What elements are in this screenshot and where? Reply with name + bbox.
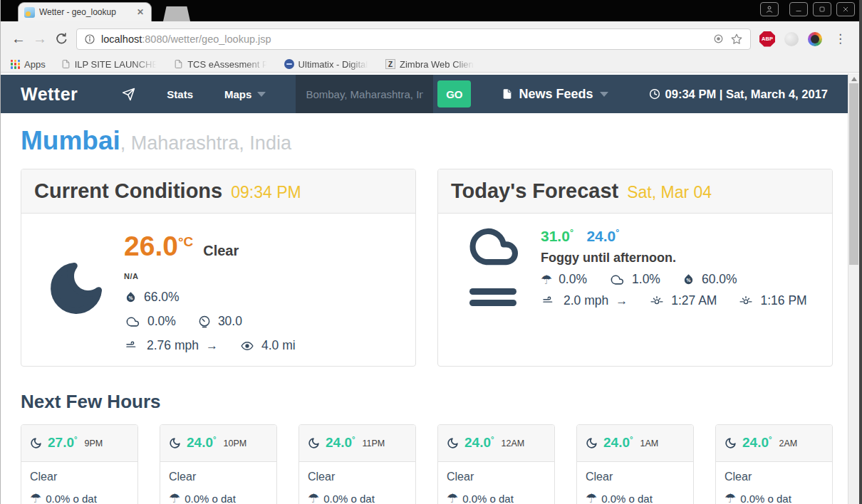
forecast-summary: Foggy until afternoon.	[541, 251, 819, 266]
current-icon-col	[34, 224, 118, 353]
forecast-detail-col: 31.0° 24.0° Foggy until afternoon. ☂ 0.0…	[535, 224, 819, 308]
go-button[interactable]: GO	[437, 80, 471, 107]
hour-detail-text: 0.0% o dat	[740, 493, 791, 504]
maximize-button[interactable]	[813, 2, 831, 16]
bookmark-star-icon[interactable]	[730, 33, 743, 46]
umbrella-icon: ☂	[447, 492, 458, 504]
hour-summary: Clear	[30, 471, 129, 483]
page-content: Mumbai, Maharashtra, India Current Condi…	[1, 113, 859, 504]
umbrella-icon: ☂	[725, 492, 736, 504]
sunrise-value: 1:27 AM	[671, 293, 717, 308]
scrollbar-up-arrow[interactable]	[851, 77, 857, 81]
moon-icon	[169, 437, 181, 449]
browser-tab[interactable]: Wetter - geo_lookup ✕	[18, 2, 152, 21]
browser-window: Wetter - geo_lookup ✕ ← →	[0, 0, 862, 504]
extensions-area: ABP ⋮	[759, 31, 852, 47]
hour-card: 24.0° 2AM Clear ☂ 0.0% o dat	[715, 424, 833, 504]
apps-shortcut[interactable]: Apps	[11, 59, 46, 70]
apps-grid-icon	[11, 60, 20, 69]
back-button[interactable]: ←	[8, 28, 29, 50]
chevron-down-icon	[600, 92, 608, 97]
page-scrollbar[interactable]	[848, 73, 859, 504]
svg-text:%: %	[129, 295, 133, 300]
hour-card-header: 24.0° 11PM	[299, 425, 415, 462]
visibility-value: 4.0 mi	[261, 338, 296, 353]
hour-label: 1AM	[640, 439, 659, 448]
hour-detail-text: 0.0% o dat	[323, 493, 375, 504]
adblock-extension-icon[interactable]: ABP	[759, 31, 775, 47]
news-feeds-label: News Feeds	[519, 87, 593, 102]
bookmark-label: ILP SITE LAUNCHE	[75, 59, 159, 70]
hour-card: 24.0° 1AM Clear ☂ 0.0% o dat	[576, 424, 694, 504]
address-bar[interactable]: localhost:8080/wetter/geo_lookup.jsp	[76, 28, 751, 50]
news-feeds-menu[interactable]: News Feeds	[502, 87, 608, 102]
nav-item-maps[interactable]: Maps	[224, 88, 266, 100]
tab-close-icon[interactable]: ✕	[135, 7, 145, 17]
tab-favicon-icon	[24, 7, 35, 18]
todays-forecast-header: Today's Forecast Sat, Mar 04	[438, 169, 832, 214]
forecast-wind-sun-row: 2.0 mph → 1:27 AM 1:16 PM	[541, 293, 819, 308]
hour-card: 24.0° 11PM Clear ☂ 0.0% o dat	[298, 424, 416, 504]
current-unit: °C	[178, 231, 193, 250]
current-time: 09:34 PM	[231, 180, 301, 202]
new-tab-button[interactable]	[163, 6, 190, 21]
info-icon	[84, 33, 95, 45]
hour-card-body: Clear ☂ 0.0% o dat	[299, 462, 415, 504]
bookmark-label: TCS eAssesment P	[187, 59, 268, 70]
page-viewport: Wetter Stats Maps GO News Feeds 09:34 PM…	[1, 73, 859, 504]
close-button[interactable]	[836, 2, 855, 16]
wind-icon	[124, 340, 140, 352]
todays-forecast-panel: Today's Forecast Sat, Mar 04 31.0° 24.0°	[437, 169, 833, 367]
hour-detail-text: 0.0% o dat	[185, 493, 236, 504]
hour-detail: ☂ 0.0% o dat	[447, 492, 546, 504]
humidity-icon: %	[682, 272, 695, 287]
moon-icon	[46, 258, 106, 318]
todays-forecast-body: 31.0° 24.0° Foggy until afternoon. ☂ 0.0…	[438, 214, 832, 318]
datetime-display: 09:34 PM | Sat, March 4, 2017	[648, 88, 828, 101]
reload-button[interactable]	[51, 28, 72, 50]
wind-value: 2.0 mph	[564, 293, 608, 308]
hour-temp: 24.0°	[464, 435, 494, 451]
current-temp-row: 26.0 °C Clear	[124, 231, 403, 262]
bookmark-item[interactable]: Zimbra Web Client	[385, 59, 476, 70]
wind-visibility-row: 2.76 mph → 4.0 mi	[124, 338, 403, 353]
search-input[interactable]	[296, 75, 433, 113]
minimize-button[interactable]	[789, 2, 808, 16]
wind-direction-arrow: →	[616, 294, 628, 308]
sunset-value: 1:16 PM	[760, 293, 806, 308]
fog-icon	[469, 288, 516, 306]
umbrella-icon: ☂	[308, 492, 319, 504]
app-brand[interactable]: Wetter	[21, 84, 78, 105]
forward-button[interactable]: →	[29, 28, 51, 50]
extension-color-icon[interactable]	[808, 32, 822, 46]
city-name: Mumbai	[21, 126, 120, 155]
bookmark-label: Zimbra Web Client	[400, 59, 476, 70]
nav-item-stats[interactable]: Stats	[167, 88, 193, 100]
umbrella-icon: ☂	[586, 492, 597, 504]
locate-icon[interactable]	[122, 88, 135, 101]
region-name: , Maharashtra, India	[120, 132, 291, 154]
hour-card-body: Clear ☂ 0.0% o dat	[577, 462, 693, 504]
barometer-icon	[197, 315, 212, 329]
extension-gray-icon[interactable]	[784, 32, 799, 46]
browser-menu-icon[interactable]: ⋮	[831, 31, 849, 46]
hour-summary: Clear	[586, 471, 685, 483]
target-icon[interactable]	[712, 33, 725, 45]
panel-title: Current Conditions	[34, 179, 222, 203]
bookmark-item[interactable]: ILP SITE LAUNCHE	[61, 59, 159, 70]
hour-card-body: Clear ☂ 0.0% o dat	[21, 462, 137, 504]
url-text: localhost:8080/wetter/geo_lookup.jsp	[101, 33, 707, 45]
weather-panels: Current Conditions 09:34 PM 26.0	[21, 169, 859, 367]
hour-temp: 24.0°	[603, 435, 633, 451]
hour-detail: ☂ 0.0% o dat	[30, 492, 129, 504]
pressure-value: 30.0	[218, 314, 242, 329]
scrollbar-thumb[interactable]	[849, 83, 858, 265]
profile-button[interactable]	[760, 2, 779, 16]
hourly-cards: 27.0° 9PM Clear ☂ 0.0% o dat 24.0°	[21, 424, 859, 504]
current-conditions-body: 26.0 °C Clear N/A % 66.0%	[21, 214, 415, 363]
bookmark-item[interactable]: TCS eAssesment P	[174, 59, 268, 70]
reload-icon	[55, 32, 68, 46]
bookmark-item[interactable]: Ultimatix - Digitall	[284, 59, 370, 70]
hour-card-header: 24.0° 10PM	[160, 425, 276, 462]
forecast-icon-col	[451, 224, 535, 308]
